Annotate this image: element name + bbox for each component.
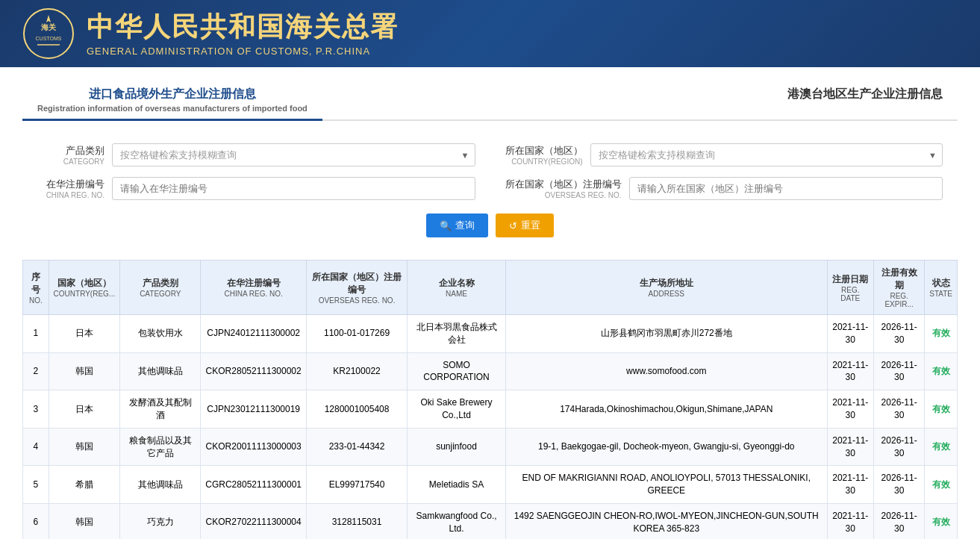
cell-name: Oki Sake Brewery Co.,Ltd (408, 390, 506, 429)
cell-china-reg: CJPN24012111300002 (201, 315, 307, 353)
country-label-en: COUNTRY(REGION) (505, 158, 583, 166)
nav-item-main[interactable]: 进口食品境外生产企业注册信息 Registration information … (22, 81, 322, 121)
table-header: 序号 NO. 国家（地区） COUNTRY(REG... 产品类别 CATEGO… (23, 261, 958, 315)
cell-country: 韩国 (49, 352, 120, 390)
site-header: 海关 CUSTOMS 中华人民共和国海关总署 GENERAL ADMINISTR… (0, 0, 980, 67)
buttons-row: 🔍 查询 ↺ 重置 (37, 214, 943, 237)
cell-reg-expiry: 2026-11-30 (874, 352, 925, 390)
cell-reg-date: 2021-11-30 (827, 466, 874, 504)
results-table-wrapper: 序号 NO. 国家（地区） COUNTRY(REG... 产品类别 CATEGO… (22, 260, 958, 539)
cell-no: 6 (23, 503, 49, 539)
cell-china-reg: CKOR27022111300004 (201, 503, 307, 539)
cell-category: 其他调味品 (120, 466, 201, 504)
cell-category: 发酵酒及其配制酒 (120, 390, 201, 429)
cell-name: SOMO CORPORATION (408, 352, 506, 390)
country-select[interactable]: 按空格键检索支持模糊查询 (590, 143, 943, 166)
cell-reg-date: 2021-11-30 (827, 503, 874, 539)
cell-address: 19-1, Baekgogae-gil, Docheok-myeon, Gwan… (506, 428, 827, 466)
category-control: 按空格键检索支持模糊查询 ▼ (112, 143, 475, 166)
col-reg-date: 注册日期 REG. DATE (827, 261, 874, 315)
cell-category: 巧克力 (120, 503, 201, 539)
reset-button-label: 重置 (521, 219, 540, 232)
cell-no: 3 (23, 390, 49, 429)
cell-address: 1492 SAENGGEOJIN CHEON-RO,IWOL-MYEON,JIN… (506, 503, 827, 539)
cell-overseas-reg: 1100-01-017269 (307, 315, 408, 353)
nav-main-title-cn: 进口食品境外生产企业注册信息 (37, 87, 308, 102)
main-content: 进口食品境外生产企业注册信息 Registration information … (0, 67, 980, 539)
col-china-reg: 在华注册编号 CHINA REG. NO. (201, 261, 307, 315)
cell-state: 有效 (925, 352, 958, 390)
cell-country: 韩国 (49, 428, 120, 466)
table-row: 4韩国粮食制品以及其它产品CKOR20011113000003233-01-44… (23, 428, 958, 466)
table-row: 1日本包装饮用水CJPN240121113000021100-01-017269… (23, 315, 958, 353)
col-no: 序号 NO. (23, 261, 49, 315)
results-table: 序号 NO. 国家（地区） COUNTRY(REG... 产品类别 CATEGO… (22, 260, 958, 539)
header-title-en: GENERAL ADMINISTRATION OF CUSTOMS, P.R.C… (87, 46, 399, 57)
svg-text:CUSTOMS: CUSTOMS (36, 36, 62, 41)
category-label: 产品类别 CATEGORY (37, 144, 104, 166)
cell-name: 北日本羽黒食品株式会社 (408, 315, 506, 353)
cell-china-reg: CGRC28052111300001 (201, 466, 307, 504)
china-reg-label: 在华注册编号 CHINA REG. NO. (37, 178, 104, 199)
china-reg-input[interactable] (112, 177, 475, 200)
svg-marker-4 (46, 15, 51, 22)
cell-name: sunjinfood (408, 428, 506, 466)
cell-reg-date: 2021-11-30 (827, 428, 874, 466)
customs-logo: 海关 CUSTOMS (22, 7, 75, 60)
country-label-cn: 所在国家（地区） (505, 144, 583, 158)
cell-category: 包装饮用水 (120, 315, 201, 353)
cell-name: Samkwangfood Co., Ltd. (408, 503, 506, 539)
cell-state: 有效 (925, 428, 958, 466)
form-row-category: 产品类别 CATEGORY 按空格键检索支持模糊查询 ▼ (37, 143, 475, 166)
cell-china-reg: CJPN23012111300019 (201, 390, 307, 429)
cell-category: 其他调味品 (120, 352, 201, 390)
nav-item-hmt[interactable]: 港澳台地区生产企业注册信息 (773, 81, 958, 108)
table-row: 6韩国巧克力CKOR270221113000043128115031Samkwa… (23, 503, 958, 539)
search-button-label: 查询 (455, 219, 475, 232)
table-row: 2韩国其他调味品CKOR28052111300002KR2100022SOMO … (23, 352, 958, 390)
china-reg-label-cn: 在华注册编号 (37, 178, 104, 191)
cell-overseas-reg: 1280001005408 (307, 390, 408, 429)
cell-state: 有效 (925, 390, 958, 429)
cell-state: 有效 (925, 466, 958, 504)
nav-hmt-title-cn: 港澳台地区生产企业注册信息 (787, 87, 943, 102)
cell-reg-expiry: 2026-11-30 (874, 428, 925, 466)
overseas-reg-label-en: OVERSEAS REG. NO. (505, 191, 622, 199)
col-overseas-reg: 所在国家（地区）注册编号 OVERSEAS REG. NO. (307, 261, 408, 315)
cell-china-reg: CKOR20011113000003 (201, 428, 307, 466)
col-category: 产品类别 CATEGORY (120, 261, 201, 315)
svg-text:海关: 海关 (41, 23, 57, 31)
category-select[interactable]: 按空格键检索支持模糊查询 (112, 143, 475, 166)
col-state: 状态 STATE (925, 261, 958, 315)
cell-name: Meletiadis SA (408, 466, 506, 504)
overseas-reg-control (629, 177, 943, 200)
header-text-block: 中华人民共和国海关总署 GENERAL ADMINISTRATION OF CU… (87, 10, 399, 57)
form-row-country: 所在国家（地区） COUNTRY(REGION) 按空格键检索支持模糊查询 ▼ (505, 143, 943, 166)
reset-button[interactable]: ↺ 重置 (496, 214, 554, 237)
form-row-china-reg: 在华注册编号 CHINA REG. NO. (37, 177, 475, 200)
table-body: 1日本包装饮用水CJPN240121113000021100-01-017269… (23, 315, 958, 540)
cell-overseas-reg: EL999717540 (307, 466, 408, 504)
reset-icon: ↺ (509, 220, 517, 231)
country-label: 所在国家（地区） COUNTRY(REGION) (505, 144, 583, 166)
cell-state: 有效 (925, 503, 958, 539)
china-reg-label-en: CHINA REG. NO. (37, 191, 104, 199)
cell-address: END OF MAKRIGIANNI ROAD, ANOLIOYPOLI, 57… (506, 466, 827, 504)
nav-section: 进口食品境外生产企业注册信息 Registration information … (22, 67, 958, 121)
cell-reg-expiry: 2026-11-30 (874, 390, 925, 429)
search-button[interactable]: 🔍 查询 (426, 214, 488, 237)
col-name: 企业名称 NAME (408, 261, 506, 315)
cell-no: 4 (23, 428, 49, 466)
category-label-en: CATEGORY (37, 158, 104, 166)
table-row: 5希腊其他调味品CGRC28052111300001EL999717540Mel… (23, 466, 958, 504)
cell-reg-expiry: 2026-11-30 (874, 315, 925, 353)
overseas-reg-input[interactable] (629, 177, 943, 200)
cell-reg-date: 2021-11-30 (827, 315, 874, 353)
search-icon: 🔍 (440, 220, 452, 231)
cell-no: 5 (23, 466, 49, 504)
table-header-row: 序号 NO. 国家（地区） COUNTRY(REG... 产品类别 CATEGO… (23, 261, 958, 315)
country-control: 按空格键检索支持模糊查询 ▼ (590, 143, 943, 166)
col-country: 国家（地区） COUNTRY(REG... (49, 261, 120, 315)
nav-main-title-en: Registration information of overseas man… (37, 104, 308, 113)
cell-category: 粮食制品以及其它产品 (120, 428, 201, 466)
